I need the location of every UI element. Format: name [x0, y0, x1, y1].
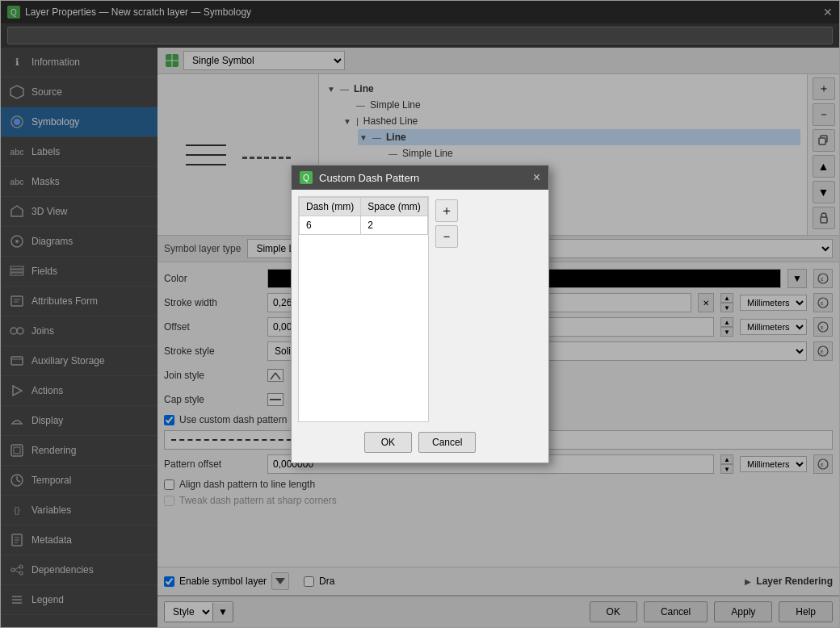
modal-title-left: Q Custom Dash Pattern: [300, 171, 419, 184]
custom-dash-pattern-modal: Q Custom Dash Pattern × Dash (mm): [291, 165, 549, 463]
modal-table-inner: Dash (mm) Space (mm) 6 2: [299, 197, 428, 421]
space-value-cell[interactable]: 2: [361, 216, 427, 235]
modal-cancel-button[interactable]: Cancel: [418, 432, 476, 453]
modal-table-container: Dash (mm) Space (mm) 6 2: [298, 196, 429, 422]
modal-title-bar: Q Custom Dash Pattern ×: [292, 165, 548, 190]
main-window: Q Layer Properties — New scratch layer —…: [0, 0, 840, 628]
space-column-header: Space (mm): [361, 198, 427, 216]
modal-body: Dash (mm) Space (mm) 6 2: [292, 190, 548, 463]
modal-footer: OK Cancel: [298, 429, 542, 456]
modal-overlay: Q Custom Dash Pattern × Dash (mm): [1, 1, 839, 627]
dash-value-cell[interactable]: 6: [300, 216, 361, 235]
add-row-button[interactable]: ＋: [435, 199, 458, 222]
table-row[interactable]: 6 2: [300, 216, 428, 235]
dash-pattern-table: Dash (mm) Space (mm) 6 2: [299, 197, 428, 235]
modal-content: Dash (mm) Space (mm) 6 2: [298, 196, 542, 429]
modal-close-button[interactable]: ×: [533, 170, 540, 185]
modal-app-icon: Q: [300, 171, 313, 184]
modal-ok-button[interactable]: OK: [364, 432, 412, 453]
remove-row-button[interactable]: －: [435, 225, 458, 248]
modal-controls: ＋ －: [432, 196, 461, 429]
modal-title-text: Custom Dash Pattern: [319, 172, 419, 184]
dash-column-header: Dash (mm): [300, 198, 361, 216]
